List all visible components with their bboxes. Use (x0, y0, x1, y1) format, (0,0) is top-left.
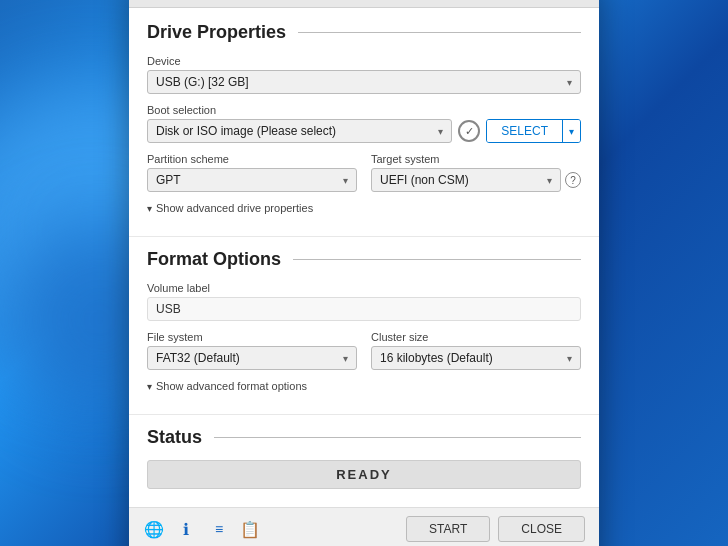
select-btn-group: SELECT ▾ (486, 119, 581, 143)
device-value: USB (G:) [32 GB] (156, 75, 249, 89)
format-options-header: Format Options (147, 249, 581, 270)
advanced-format-chevron-icon: ▾ (147, 381, 152, 392)
file-system-value: FAT32 (Default) (156, 351, 240, 365)
start-button[interactable]: START (406, 516, 490, 542)
volume-label-value: USB (147, 297, 581, 321)
boot-selection-row: Disk or ISO image (Please select) ▾ ✓ SE… (147, 119, 581, 143)
format-options-line (293, 259, 581, 260)
settings-icon[interactable]: ≡ (207, 518, 229, 540)
status-bar: READY (147, 460, 581, 489)
partition-target-row: Partition scheme GPT ▾ Target system UEF… (147, 153, 581, 192)
show-advanced-format-label: Show advanced format options (156, 380, 307, 392)
status-title: Status (147, 427, 202, 448)
boot-chevron-icon: ▾ (438, 126, 443, 137)
select-dropdown-button[interactable]: ▾ (563, 120, 580, 142)
boot-selection-dropdown[interactable]: Disk or ISO image (Please select) ▾ (147, 119, 452, 143)
language-icon[interactable]: 🌐 (143, 518, 165, 540)
filesystem-chevron-icon: ▾ (343, 353, 348, 364)
info-icon[interactable]: ℹ (175, 518, 197, 540)
target-system-label: Target system (371, 153, 581, 165)
target-system-row: UEFI (non CSM) ▾ ? (371, 168, 581, 192)
device-label: Device (147, 55, 581, 67)
partition-scheme-value: GPT (156, 173, 181, 187)
boot-selection-label: Boot selection (147, 104, 581, 116)
cluster-chevron-icon: ▾ (567, 353, 572, 364)
partition-scheme-dropdown[interactable]: GPT ▾ (147, 168, 357, 192)
boot-selection-value: Disk or ISO image (Please select) (156, 124, 336, 138)
partition-scheme-label: Partition scheme (147, 153, 357, 165)
status-line (214, 437, 581, 438)
target-system-dropdown[interactable]: UEFI (non CSM) ▾ (371, 168, 561, 192)
log-icon[interactable]: 📋 (239, 518, 261, 540)
window-close-button[interactable]: ✕ (563, 0, 591, 1)
device-dropdown[interactable]: USB (G:) [32 GB] ▾ (147, 70, 581, 94)
maximize-button[interactable]: □ (533, 0, 561, 1)
drive-properties-header: Drive Properties (147, 22, 581, 43)
filesystem-col: File system FAT32 (Default) ▾ (147, 331, 357, 370)
partition-chevron-icon: ▾ (343, 175, 348, 186)
bottom-actions: START CLOSE (406, 516, 585, 542)
target-help-button[interactable]: ? (565, 172, 581, 188)
cluster-size-label: Cluster size (371, 331, 581, 343)
show-advanced-drive-link[interactable]: ▾ Show advanced drive properties (147, 202, 581, 214)
target-system-value: UEFI (non CSM) (380, 173, 469, 187)
bottom-icon-group: 🌐 ℹ ≡ 📋 (143, 518, 261, 540)
target-chevron-icon: ▾ (547, 175, 552, 186)
status-section: Status READY (129, 414, 599, 507)
check-icon: ✓ (458, 120, 480, 142)
cluster-size-dropdown[interactable]: 16 kilobytes (Default) ▾ (371, 346, 581, 370)
titlebar-controls: — □ ✕ (503, 0, 591, 1)
select-button[interactable]: SELECT (487, 120, 563, 142)
cluster-col: Cluster size 16 kilobytes (Default) ▾ (371, 331, 581, 370)
rufus-window: 🔧 Rufus 4.5.2180 — □ ✕ Drive Properties … (129, 0, 599, 546)
cluster-size-value: 16 kilobytes (Default) (380, 351, 493, 365)
format-options-section: Format Options Volume label USB File sys… (129, 236, 599, 414)
file-system-label: File system (147, 331, 357, 343)
format-options-title: Format Options (147, 249, 281, 270)
show-advanced-format-link[interactable]: ▾ Show advanced format options (147, 380, 581, 392)
minimize-button[interactable]: — (503, 0, 531, 1)
file-system-dropdown[interactable]: FAT32 (Default) ▾ (147, 346, 357, 370)
close-button[interactable]: CLOSE (498, 516, 585, 542)
titlebar: 🔧 Rufus 4.5.2180 — □ ✕ (129, 0, 599, 8)
bottom-bar: 🌐 ℹ ≡ 📋 START CLOSE (129, 507, 599, 546)
main-content: Drive Properties Device USB (G:) [32 GB]… (129, 8, 599, 236)
target-col: Target system UEFI (non CSM) ▾ ? (371, 153, 581, 192)
advanced-drive-chevron-icon: ▾ (147, 203, 152, 214)
drive-properties-line (298, 32, 581, 33)
drive-properties-title: Drive Properties (147, 22, 286, 43)
partition-col: Partition scheme GPT ▾ (147, 153, 357, 192)
volume-label-label: Volume label (147, 282, 581, 294)
status-header: Status (147, 427, 581, 448)
show-advanced-drive-label: Show advanced drive properties (156, 202, 313, 214)
filesystem-cluster-row: File system FAT32 (Default) ▾ Cluster si… (147, 331, 581, 370)
device-chevron-icon: ▾ (567, 77, 572, 88)
